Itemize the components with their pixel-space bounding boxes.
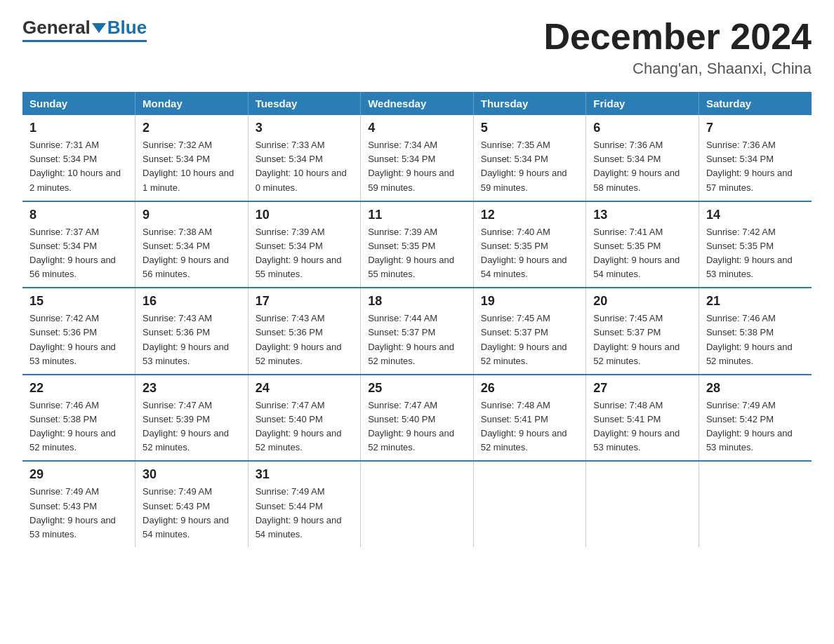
logo-arrow-icon xyxy=(92,23,106,33)
calendar-week-row: 29Sunrise: 7:49 AMSunset: 5:43 PMDayligh… xyxy=(22,461,812,547)
day-number: 7 xyxy=(706,121,805,135)
day-number: 11 xyxy=(368,208,466,222)
day-number: 31 xyxy=(256,467,354,482)
day-number: 13 xyxy=(593,208,691,222)
day-info: Sunrise: 7:48 AMSunset: 5:41 PMDaylight:… xyxy=(593,398,691,455)
calendar-cell: 25Sunrise: 7:47 AMSunset: 5:40 PMDayligh… xyxy=(361,375,474,462)
day-number: 28 xyxy=(706,381,805,396)
day-number: 30 xyxy=(143,467,241,482)
page-header: General Blue December 2024 Chang'an, Sha… xyxy=(22,17,812,78)
day-number: 29 xyxy=(29,467,128,482)
day-info: Sunrise: 7:42 AMSunset: 5:36 PMDaylight:… xyxy=(29,311,128,368)
day-number: 25 xyxy=(368,381,466,396)
day-number: 17 xyxy=(256,294,354,309)
logo: General Blue xyxy=(22,17,147,42)
month-year-title: December 2024 xyxy=(543,17,812,57)
calendar-cell xyxy=(473,461,586,547)
day-info: Sunrise: 7:43 AMSunset: 5:36 PMDaylight:… xyxy=(256,311,354,368)
location-subtitle: Chang'an, Shaanxi, China xyxy=(543,60,812,78)
calendar-cell xyxy=(361,461,474,547)
calendar-cell: 20Sunrise: 7:45 AMSunset: 5:37 PMDayligh… xyxy=(586,288,699,375)
day-number: 24 xyxy=(256,381,354,396)
day-info: Sunrise: 7:47 AMSunset: 5:39 PMDaylight:… xyxy=(143,398,241,455)
calendar-cell: 19Sunrise: 7:45 AMSunset: 5:37 PMDayligh… xyxy=(473,288,586,375)
day-info: Sunrise: 7:49 AMSunset: 5:43 PMDaylight:… xyxy=(29,485,128,542)
day-info: Sunrise: 7:39 AMSunset: 5:35 PMDaylight:… xyxy=(368,225,466,282)
day-info: Sunrise: 7:32 AMSunset: 5:34 PMDaylight:… xyxy=(143,138,241,195)
day-number: 5 xyxy=(481,121,579,135)
calendar-cell: 16Sunrise: 7:43 AMSunset: 5:36 PMDayligh… xyxy=(135,288,249,375)
day-number: 22 xyxy=(29,381,128,396)
calendar-cell: 22Sunrise: 7:46 AMSunset: 5:38 PMDayligh… xyxy=(22,375,135,462)
calendar-week-row: 22Sunrise: 7:46 AMSunset: 5:38 PMDayligh… xyxy=(22,375,812,462)
day-info: Sunrise: 7:49 AMSunset: 5:43 PMDaylight:… xyxy=(143,485,241,542)
day-number: 9 xyxy=(143,208,241,222)
day-number: 3 xyxy=(256,121,354,135)
logo-general-text: General xyxy=(22,17,91,39)
calendar-cell: 12Sunrise: 7:40 AMSunset: 5:35 PMDayligh… xyxy=(473,201,586,288)
day-number: 26 xyxy=(481,381,579,396)
day-number: 19 xyxy=(481,294,579,309)
day-info: Sunrise: 7:33 AMSunset: 5:34 PMDaylight:… xyxy=(256,138,354,195)
header-sunday: Sunday xyxy=(22,92,135,115)
day-info: Sunrise: 7:37 AMSunset: 5:34 PMDaylight:… xyxy=(29,225,128,282)
calendar-week-row: 15Sunrise: 7:42 AMSunset: 5:36 PMDayligh… xyxy=(22,288,812,375)
calendar-cell: 26Sunrise: 7:48 AMSunset: 5:41 PMDayligh… xyxy=(473,375,586,462)
day-number: 6 xyxy=(593,121,691,135)
day-info: Sunrise: 7:39 AMSunset: 5:34 PMDaylight:… xyxy=(256,225,354,282)
day-number: 10 xyxy=(256,208,354,222)
day-info: Sunrise: 7:36 AMSunset: 5:34 PMDaylight:… xyxy=(593,138,691,195)
day-info: Sunrise: 7:42 AMSunset: 5:35 PMDaylight:… xyxy=(706,225,805,282)
day-info: Sunrise: 7:36 AMSunset: 5:34 PMDaylight:… xyxy=(706,138,805,195)
day-number: 20 xyxy=(593,294,691,309)
day-info: Sunrise: 7:46 AMSunset: 5:38 PMDaylight:… xyxy=(706,311,805,368)
logo-underline xyxy=(22,40,147,42)
calendar-cell xyxy=(699,461,812,547)
header-thursday: Thursday xyxy=(473,92,586,115)
day-info: Sunrise: 7:44 AMSunset: 5:37 PMDaylight:… xyxy=(368,311,466,368)
header-wednesday: Wednesday xyxy=(361,92,474,115)
day-info: Sunrise: 7:41 AMSunset: 5:35 PMDaylight:… xyxy=(593,225,691,282)
calendar-cell: 15Sunrise: 7:42 AMSunset: 5:36 PMDayligh… xyxy=(22,288,135,375)
calendar-cell: 11Sunrise: 7:39 AMSunset: 5:35 PMDayligh… xyxy=(361,201,474,288)
title-section: December 2024 Chang'an, Shaanxi, China xyxy=(543,17,812,78)
header-saturday: Saturday xyxy=(699,92,812,115)
day-number: 23 xyxy=(143,381,241,396)
calendar-cell: 5Sunrise: 7:35 AMSunset: 5:34 PMDaylight… xyxy=(473,115,586,201)
calendar-header-row: SundayMondayTuesdayWednesdayThursdayFrid… xyxy=(22,92,812,115)
day-info: Sunrise: 7:47 AMSunset: 5:40 PMDaylight:… xyxy=(256,398,354,455)
day-info: Sunrise: 7:34 AMSunset: 5:34 PMDaylight:… xyxy=(368,138,466,195)
day-number: 27 xyxy=(593,381,691,396)
calendar-week-row: 8Sunrise: 7:37 AMSunset: 5:34 PMDaylight… xyxy=(22,201,812,288)
calendar-cell: 14Sunrise: 7:42 AMSunset: 5:35 PMDayligh… xyxy=(699,201,812,288)
day-info: Sunrise: 7:48 AMSunset: 5:41 PMDaylight:… xyxy=(481,398,579,455)
header-monday: Monday xyxy=(135,92,249,115)
calendar-cell: 4Sunrise: 7:34 AMSunset: 5:34 PMDaylight… xyxy=(361,115,474,201)
calendar-cell: 10Sunrise: 7:39 AMSunset: 5:34 PMDayligh… xyxy=(248,201,361,288)
calendar-cell: 17Sunrise: 7:43 AMSunset: 5:36 PMDayligh… xyxy=(248,288,361,375)
day-number: 2 xyxy=(143,121,241,135)
day-info: Sunrise: 7:31 AMSunset: 5:34 PMDaylight:… xyxy=(29,138,128,195)
calendar-table: SundayMondayTuesdayWednesdayThursdayFrid… xyxy=(22,92,812,547)
day-info: Sunrise: 7:45 AMSunset: 5:37 PMDaylight:… xyxy=(481,311,579,368)
calendar-cell: 9Sunrise: 7:38 AMSunset: 5:34 PMDaylight… xyxy=(135,201,249,288)
calendar-cell: 29Sunrise: 7:49 AMSunset: 5:43 PMDayligh… xyxy=(22,461,135,547)
calendar-cell: 24Sunrise: 7:47 AMSunset: 5:40 PMDayligh… xyxy=(248,375,361,462)
calendar-cell xyxy=(586,461,699,547)
calendar-cell: 30Sunrise: 7:49 AMSunset: 5:43 PMDayligh… xyxy=(135,461,249,547)
header-friday: Friday xyxy=(586,92,699,115)
calendar-cell: 2Sunrise: 7:32 AMSunset: 5:34 PMDaylight… xyxy=(135,115,249,201)
calendar-cell: 28Sunrise: 7:49 AMSunset: 5:42 PMDayligh… xyxy=(699,375,812,462)
day-number: 21 xyxy=(706,294,805,309)
day-number: 14 xyxy=(706,208,805,222)
day-number: 4 xyxy=(368,121,466,135)
day-info: Sunrise: 7:35 AMSunset: 5:34 PMDaylight:… xyxy=(481,138,579,195)
day-number: 1 xyxy=(29,121,128,135)
logo-blue-text: Blue xyxy=(107,17,147,39)
day-number: 15 xyxy=(29,294,128,309)
day-info: Sunrise: 7:49 AMSunset: 5:42 PMDaylight:… xyxy=(706,398,805,455)
calendar-cell: 18Sunrise: 7:44 AMSunset: 5:37 PMDayligh… xyxy=(361,288,474,375)
day-info: Sunrise: 7:49 AMSunset: 5:44 PMDaylight:… xyxy=(256,485,354,542)
header-tuesday: Tuesday xyxy=(248,92,361,115)
calendar-cell: 13Sunrise: 7:41 AMSunset: 5:35 PMDayligh… xyxy=(586,201,699,288)
